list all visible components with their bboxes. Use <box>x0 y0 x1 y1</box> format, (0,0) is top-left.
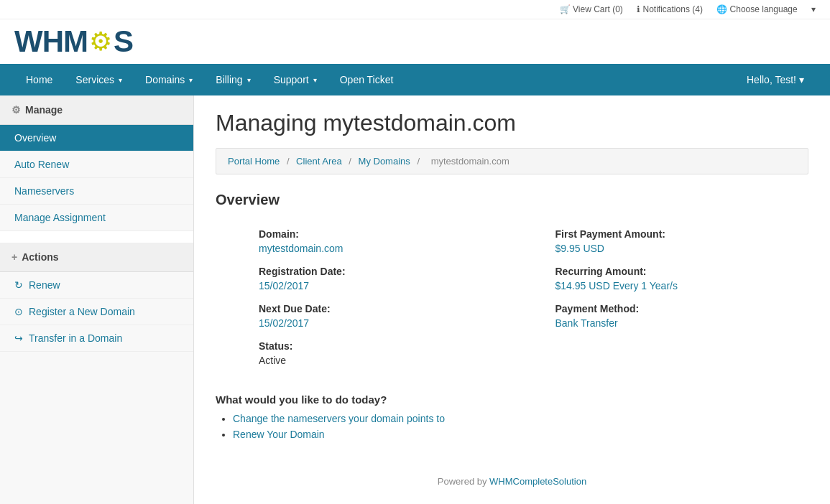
status-row: Status: Active <box>216 335 512 372</box>
nav-domains[interactable]: Domains ▾ <box>134 64 204 95</box>
recurring-value: $14.95 USD Every 1 Year/s <box>555 280 780 291</box>
top-bar: View Cart (0) Notifications (4) Choose l… <box>0 0 830 19</box>
sidebar-item-transfer-domain[interactable]: ↪ Transfer in a Domain <box>0 325 193 352</box>
choose-language[interactable]: Choose language <box>716 4 797 14</box>
services-arrow-icon: ▾ <box>119 76 122 84</box>
nav-services[interactable]: Services ▾ <box>64 64 134 95</box>
auto-renew-label: Auto Renew <box>14 159 69 170</box>
logo-gear-icon: ⚙ <box>89 27 112 57</box>
nav-support-label: Support <box>274 74 309 85</box>
register-domain-label: Register a New Domain <box>29 306 135 317</box>
renew-domain-link[interactable]: Renew Your Domain <box>233 429 325 440</box>
overview-label: Overview <box>14 132 56 144</box>
sidebar-item-renew[interactable]: ↻ Renew <box>0 272 193 299</box>
what-title: What would you like to do today? <box>216 393 808 406</box>
transfer-domain-label: Transfer in a Domain <box>29 332 122 344</box>
nav-open-ticket[interactable]: Open Ticket <box>328 64 405 95</box>
plus-icon: + <box>11 251 17 263</box>
nav-billing[interactable]: Billing ▾ <box>204 64 262 95</box>
footer: Powered by WHMCompleteSolution <box>216 462 808 501</box>
actions-header-label: Actions <box>22 251 58 263</box>
renew-icon: ↻ <box>14 279 23 291</box>
domain-info-grid: Domain: mytestdomain.com Registration Da… <box>216 223 808 372</box>
notifications[interactable]: Notifications (4) <box>637 4 703 14</box>
renew-label: Renew <box>29 279 60 291</box>
first-payment-value: $9.95 USD <box>555 243 780 254</box>
status-label: Status: <box>259 340 484 352</box>
logo-text-part2: S <box>114 27 133 57</box>
first-payment-label: First Payment Amount: <box>555 228 780 240</box>
sidebar-item-auto-renew[interactable]: Auto Renew <box>0 151 193 178</box>
logo[interactable]: WHM ⚙ S <box>14 27 133 57</box>
breadcrumb-portal-home[interactable]: Portal Home <box>228 156 280 167</box>
list-item: Renew Your Domain <box>233 429 808 440</box>
nav-services-label: Services <box>75 74 114 85</box>
manage-section-header: ⚙ Manage <box>0 95 193 125</box>
what-list: Change the nameservers your domain point… <box>216 413 808 440</box>
footer-text: Powered by <box>438 476 489 487</box>
payment-method-row: Payment Method: Bank Transfer <box>512 297 809 335</box>
breadcrumb-sep2: / <box>349 156 354 167</box>
domain-value[interactable]: mytestdomain.com <box>259 243 484 254</box>
recurring-label: Recurring Amount: <box>555 266 780 277</box>
domains-arrow-icon: ▾ <box>189 76 193 84</box>
nav-home[interactable]: Home <box>14 64 64 95</box>
manage-assignment-label: Manage Assignment <box>14 212 106 223</box>
first-payment-row: First Payment Amount: $9.95 USD <box>512 223 809 260</box>
breadcrumb-sep1: / <box>287 156 292 167</box>
header: WHM ⚙ S <box>0 19 830 64</box>
billing-arrow-icon: ▾ <box>247 76 251 84</box>
breadcrumb-sep3: / <box>417 156 422 167</box>
breadcrumb: Portal Home / Client Area / My Domains /… <box>216 148 808 174</box>
nav-home-label: Home <box>26 74 52 85</box>
sidebar: ⚙ Manage Overview Auto Renew Nameservers… <box>0 95 194 504</box>
hello-label: Hello, Test! <box>747 74 796 85</box>
sidebar-item-overview[interactable]: Overview <box>0 125 193 151</box>
next-due-label: Next Due Date: <box>259 303 484 314</box>
main-content: Managing mytestdomain.com Portal Home / … <box>194 95 830 504</box>
nav-open-ticket-label: Open Ticket <box>340 74 394 85</box>
nav-billing-label: Billing <box>216 74 242 85</box>
logo-text-part1: WHM <box>14 27 88 57</box>
breadcrumb-current: mytestdomain.com <box>431 156 509 167</box>
manage-header-label: Manage <box>25 104 63 116</box>
actions-section-header: + Actions <box>0 243 193 272</box>
change-nameservers-link[interactable]: Change the nameservers your domain point… <box>233 413 445 424</box>
sidebar-item-register-domain[interactable]: ⊙ Register a New Domain <box>0 299 193 325</box>
register-icon: ⊙ <box>14 306 23 317</box>
sidebar-item-nameservers[interactable]: Nameservers <box>0 178 193 205</box>
payment-method-label: Payment Method: <box>555 303 780 314</box>
domain-row: Domain: mytestdomain.com <box>216 223 512 260</box>
recurring-row: Recurring Amount: $14.95 USD Every 1 Yea… <box>512 260 809 297</box>
nav-support[interactable]: Support ▾ <box>262 64 328 95</box>
transfer-icon: ↪ <box>14 332 23 344</box>
nav-domains-label: Domains <box>145 74 185 85</box>
navigation: Home Services ▾ Domains ▾ Billing ▾ Supp… <box>0 64 830 95</box>
language-arrow: ▾ <box>811 4 816 14</box>
next-due-value: 15/02/2017 <box>259 317 484 329</box>
gear-icon: ⚙ <box>11 104 21 116</box>
reg-date-row: Registration Date: 15/02/2017 <box>216 260 512 297</box>
nameservers-label: Nameservers <box>14 185 74 197</box>
breadcrumb-client-area[interactable]: Client Area <box>296 156 342 167</box>
view-cart[interactable]: View Cart (0) <box>560 4 623 14</box>
nav-hello[interactable]: Hello, Test! ▾ <box>735 64 816 95</box>
next-due-row: Next Due Date: 15/02/2017 <box>216 297 512 335</box>
status-value: Active <box>259 355 484 366</box>
main-layout: ⚙ Manage Overview Auto Renew Nameservers… <box>0 95 830 504</box>
list-item: Change the nameservers your domain point… <box>233 413 808 424</box>
hello-arrow-icon: ▾ <box>799 74 804 85</box>
reg-date-label: Registration Date: <box>259 266 484 277</box>
reg-date-value: 15/02/2017 <box>259 280 484 291</box>
footer-link[interactable]: WHMCompleteSolution <box>489 476 586 487</box>
sidebar-item-manage-assignment[interactable]: Manage Assignment <box>0 205 193 231</box>
page-title: Managing mytestdomain.com <box>216 110 808 136</box>
payment-method-value: Bank Transfer <box>555 317 780 329</box>
domain-label: Domain: <box>259 228 484 240</box>
overview-section-title: Overview <box>216 192 808 208</box>
breadcrumb-my-domains[interactable]: My Domains <box>359 156 410 167</box>
support-arrow-icon: ▾ <box>313 76 317 84</box>
what-section: What would you like to do today? Change … <box>216 393 808 440</box>
